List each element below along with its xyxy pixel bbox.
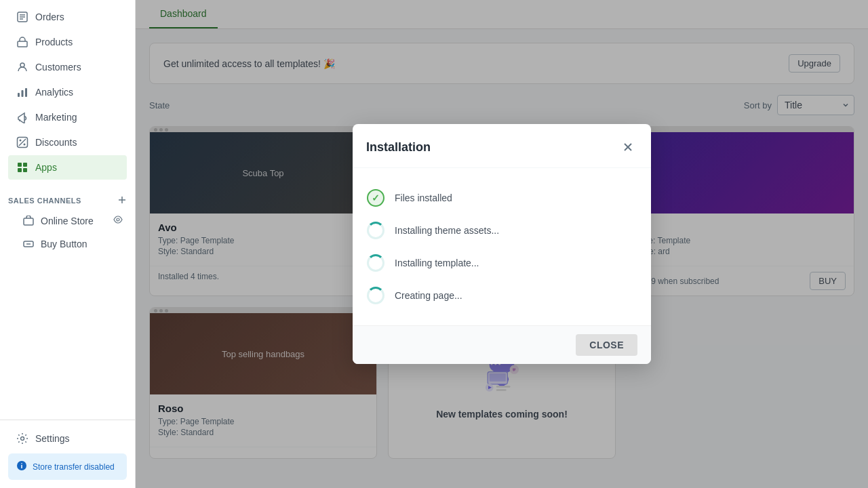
modal-close-btn[interactable]: CLOSE [576,334,637,356]
online-store-label: Online Store [41,216,94,226]
step-spinner-icon-3 [366,286,385,305]
sidebar-item-products[interactable]: Products [8,30,127,54]
step-template-label: Installing template... [395,258,479,268]
sidebar-item-marketing-label: Marketing [35,112,77,123]
install-step-template: Installing template... [366,247,637,279]
step-theme-assets-label: Installing theme assets... [395,225,499,236]
svg-point-5 [20,63,24,67]
orders-icon [16,11,28,23]
sidebar: Orders Products Customers [0,0,136,488]
sidebar-item-analytics-label: Analytics [35,87,73,98]
svg-point-26 [21,463,22,464]
sidebar-item-online-store[interactable]: Online Store [4,209,131,232]
sidebar-item-customers[interactable]: Customers [8,55,127,79]
sidebar-item-apps-label: Apps [35,162,57,173]
analytics-icon [16,86,28,98]
step-page-label: Creating page... [395,290,462,301]
step-check-icon: ✓ [366,188,385,207]
buy-button-icon [23,239,34,249]
sidebar-item-buy-button[interactable]: Buy Button [4,233,131,255]
svg-point-10 [24,144,26,146]
info-icon [16,460,27,473]
sales-channels-header: SALES CHANNELS [0,190,135,209]
settings-label: Settings [35,433,70,444]
add-sales-channel-icon[interactable] [117,195,127,206]
buy-button-label: Buy Button [41,239,87,249]
sidebar-item-discounts[interactable]: Discounts [8,130,127,155]
install-step-theme-assets: Installing theme assets... [366,214,637,247]
sidebar-item-discounts-label: Discounts [35,137,77,148]
settings-icon [16,432,28,445]
sidebar-item-products-label: Products [35,37,73,47]
sidebar-item-orders[interactable]: Orders [8,5,127,29]
svg-rect-8 [25,88,27,97]
install-step-files: ✓ Files installed [366,182,637,214]
svg-rect-13 [18,163,22,167]
store-transfer-banner[interactable]: Store transfer disabled [8,453,127,480]
install-step-page: Creating page... [366,279,637,312]
svg-rect-14 [23,163,27,167]
sidebar-item-settings[interactable]: Settings [8,426,127,451]
eye-icon[interactable] [113,215,123,226]
step-spinner-icon-2 [366,253,385,272]
svg-rect-6 [18,93,20,97]
sidebar-item-customers-label: Customers [35,62,81,73]
modal-close-button[interactable] [618,138,637,157]
apps-icon [16,161,28,174]
modal-body: ✓ Files installed Installing theme asset… [353,168,651,325]
customers-icon [16,61,28,73]
modal-title: Installation [366,140,431,155]
svg-rect-15 [18,168,22,172]
sidebar-item-analytics[interactable]: Analytics [8,80,127,104]
installation-modal: Installation ✓ Files installed [353,124,651,364]
modal-header: Installation [353,124,651,168]
svg-rect-7 [22,90,24,97]
svg-rect-19 [24,218,33,225]
modal-footer: CLOSE [353,325,651,364]
sidebar-item-marketing[interactable]: Marketing [8,105,127,129]
modal-overlay: Installation ✓ Files installed [136,0,868,488]
svg-point-20 [117,218,119,221]
discounts-icon [16,136,28,148]
sidebar-item-orders-label: Orders [35,12,64,22]
store-transfer-label: Store transfer disabled [33,462,115,472]
products-icon [16,36,28,48]
step-files-label: Files installed [395,192,452,203]
svg-point-23 [21,437,24,441]
settings-section: Settings Store transfer disabled [0,420,135,488]
svg-rect-4 [18,41,27,47]
marketing-icon [16,111,28,123]
step-spinner-icon-1 [366,221,385,240]
sidebar-item-apps[interactable]: Apps [8,155,127,180]
svg-rect-16 [23,168,27,172]
svg-point-9 [20,140,22,142]
main-content: Dashboard Get unlimited access to all te… [136,0,868,488]
online-store-icon [23,216,34,226]
